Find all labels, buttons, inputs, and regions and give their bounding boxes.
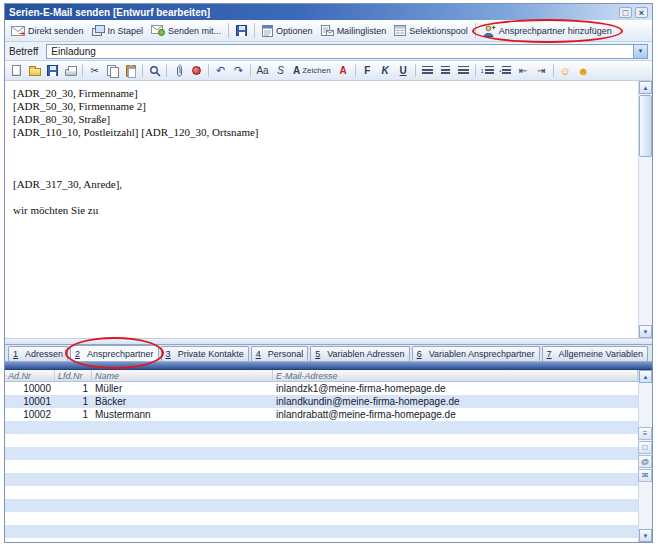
scroll-track[interactable] — [639, 158, 652, 325]
numbered-list-button[interactable]: 1 — [479, 63, 496, 79]
printer-icon — [65, 69, 77, 76]
underline-button[interactable]: U — [395, 63, 412, 79]
format-separator — [208, 64, 209, 77]
tab-personal[interactable]: 4Personal — [251, 346, 309, 361]
tab-private-kontakte[interactable]: 3Private Kontakte — [161, 346, 249, 361]
format-separator — [142, 64, 143, 77]
table-row[interactable]: 10002 1 Mustermann inlandrabatt@meine-fi… — [5, 408, 638, 421]
title-bar[interactable]: Serien-E-Mail senden [Entwurf bearbeiten… — [5, 4, 652, 20]
numbered-list-icon — [485, 66, 494, 76]
undo-button[interactable]: ↶ — [212, 63, 229, 79]
save-icon — [236, 25, 247, 36]
ansprechpartner-hinzufuegen-button[interactable]: Ansprechpartner hinzufügen — [480, 24, 615, 38]
table-row[interactable]: 10000 1 Müller inlandzk1@meine-firma-hom… — [5, 382, 638, 395]
email-body-text[interactable]: [ADR_20_30, Firmenname] [ADR_50_30, Firm… — [5, 81, 638, 338]
lower-tab-bar: 1Adressen 2Ansprechpartner 3Private Kont… — [5, 345, 652, 362]
align-left-icon — [422, 66, 433, 76]
main-toolbar: Direkt senden In Stapel Senden mit... Op… — [5, 20, 652, 42]
bullet-list-icon — [502, 66, 511, 76]
scroll-thumb[interactable] — [639, 95, 652, 157]
character-label: Zeichen — [302, 66, 330, 75]
align-center-icon — [441, 66, 450, 76]
redo-button[interactable]: ↷ — [230, 63, 247, 79]
undo-icon: ↶ — [216, 64, 225, 77]
senden-mit-label: Senden mit... — [168, 26, 221, 36]
format-separator — [166, 64, 167, 77]
table-row[interactable]: 10001 1 Bäcker inlandkundin@meine-firma-… — [5, 395, 638, 408]
grid-scroll-track[interactable]: ≡ □ @ ✉ — [639, 383, 652, 529]
smiley2-button[interactable]: ☻ — [575, 63, 592, 79]
align-right-button[interactable] — [455, 63, 472, 79]
grid-empty-rows — [5, 421, 638, 542]
mailing-lists-icon — [321, 25, 334, 36]
scroll-down-button[interactable]: ▼ — [639, 325, 652, 338]
attachment-button[interactable] — [170, 63, 187, 79]
character-button[interactable]: A Zeichen — [290, 63, 334, 79]
align-center-button[interactable] — [437, 63, 454, 79]
smiley-button[interactable]: ☺ — [557, 63, 574, 79]
selektionspool-button[interactable]: Selektionspool — [391, 24, 471, 37]
grid-header: Ad.Nr Lfd.Nr Name E-Mail-Adresse — [5, 370, 638, 382]
grid-scroll-up-button[interactable]: ▲ — [639, 370, 652, 383]
in-stapel-button[interactable]: In Stapel — [89, 24, 147, 37]
save-button[interactable] — [233, 24, 250, 37]
column-header-email[interactable]: E-Mail-Adresse — [273, 370, 638, 381]
character-a-icon: A — [293, 65, 300, 76]
clipboard-icon[interactable]: □ — [638, 441, 652, 454]
tab-variablen-adressen[interactable]: 5Variablen Adressen — [310, 346, 409, 361]
scroll-up-button[interactable]: ▲ — [639, 81, 652, 94]
at-icon[interactable]: @ — [638, 455, 652, 468]
subject-combobox[interactable]: Einladung ▼ — [46, 44, 648, 59]
indent-button[interactable]: ⇥ — [533, 63, 550, 79]
tab-ansprechpartner[interactable]: 2Ansprechpartner — [70, 345, 159, 361]
search-button[interactable] — [146, 63, 163, 79]
column-header-name[interactable]: Name — [92, 370, 273, 381]
font-size-button[interactable]: Aa — [254, 63, 271, 79]
search-icon — [149, 65, 161, 77]
font-color-button[interactable]: A — [335, 63, 352, 79]
direkt-senden-button[interactable]: Direkt senden — [8, 25, 87, 37]
bullet-list-button[interactable]: • — [497, 63, 514, 79]
tab-allgemeine-variablen[interactable]: 7Allgemeine Variablen — [542, 346, 648, 361]
column-header-adnr[interactable]: Ad.Nr — [5, 370, 55, 381]
editor-scrollbar[interactable]: ▲ ▼ — [638, 81, 652, 338]
send-mail-icon — [11, 26, 25, 36]
subject-value: Einladung — [51, 46, 95, 57]
optionen-button[interactable]: Optionen — [259, 24, 316, 38]
column-header-lfdnr[interactable]: Lfd.Nr — [55, 370, 92, 381]
columns-icon[interactable]: ≡ — [638, 427, 652, 440]
format-separator — [82, 64, 83, 77]
mail-icon[interactable]: ✉ — [638, 469, 652, 482]
stamp-button[interactable] — [188, 63, 205, 79]
restore-button[interactable]: □ — [619, 7, 632, 18]
font-color-icon: A — [340, 65, 347, 76]
font-style-button[interactable]: S — [272, 63, 289, 79]
options-form-icon — [262, 25, 273, 37]
italic-button[interactable]: K — [377, 63, 394, 79]
cut-button[interactable]: ✂ — [86, 63, 103, 79]
window-title: Serien-E-Mail senden [Entwurf bearbeiten… — [9, 7, 210, 18]
outdent-button[interactable]: ⇤ — [515, 63, 532, 79]
mailinglisten-button[interactable]: Mailinglisten — [318, 24, 390, 37]
senden-mit-button[interactable]: Senden mit... — [148, 24, 224, 37]
direkt-senden-label: Direkt senden — [28, 26, 84, 36]
save-draft-button[interactable] — [44, 63, 61, 79]
paste-button[interactable] — [122, 63, 139, 79]
bold-button[interactable]: F — [359, 63, 376, 79]
grid-scroll-down-button[interactable]: ▼ — [639, 529, 652, 542]
grid-group-band — [5, 362, 652, 370]
grid-side-toolbar: ≡ □ @ ✉ — [638, 427, 652, 482]
tab-adressen[interactable]: 1Adressen — [8, 346, 68, 361]
subject-dropdown-button[interactable]: ▼ — [633, 45, 647, 58]
paste-clipboard-icon — [126, 65, 136, 77]
tab-variablen-ansprechpartner[interactable]: 6Variablen Ansprechpartner — [412, 346, 540, 361]
grid-scrollbar[interactable]: ▲ ≡ □ @ ✉ ▼ — [638, 370, 652, 542]
email-body-editor[interactable]: [ADR_20_30, Firmenname] [ADR_50_30, Firm… — [5, 81, 652, 339]
open-button[interactable] — [26, 63, 43, 79]
copy-button[interactable] — [104, 63, 121, 79]
bullet-list-prefix: • — [499, 68, 501, 74]
print-button[interactable] — [62, 63, 79, 79]
align-left-button[interactable] — [419, 63, 436, 79]
close-button[interactable]: × — [635, 7, 648, 18]
new-document-button[interactable] — [8, 63, 25, 79]
